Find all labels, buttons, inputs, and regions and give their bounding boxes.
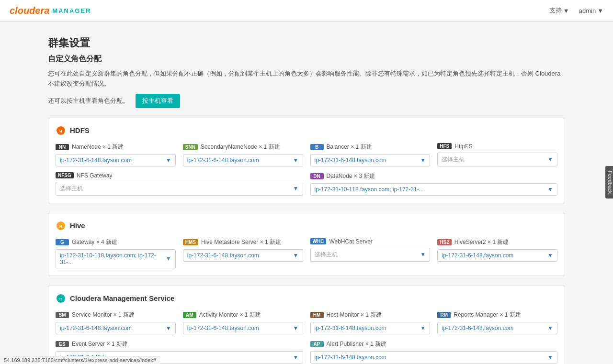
hive-header: H Hive (56, 221, 557, 231)
snn-host-select[interactable]: ip-172-31-6-148.fayson.com ▼ (183, 154, 303, 166)
svg-text:C: C (59, 297, 62, 301)
hdfs-section: H HDFS NN NameNode × 1 新建 ip-172-31-6-14… (48, 118, 565, 203)
dn-badge: DN (310, 173, 324, 179)
hfs-badge: HFS (437, 143, 452, 149)
main-content: 群集设置 自定义角色分配 您可在此处自定义新群集的角色分配，但如果分配不正确（例… (19, 22, 594, 364)
balancer-role: B Balancer × 1 新建 ip-172-31-6-148.fayson… (310, 143, 431, 166)
nn-role: NN NameNode × 1 新建 ip-172-31-6-148.fayso… (56, 143, 176, 166)
hms-role: HMS Hive Metastore Server × 1 新建 ip-172-… (183, 238, 303, 268)
header-nav: 支持 ▼ admin ▼ (549, 6, 603, 15)
hive-roles-row1: G Gateway × 4 新建 ip-172-31-10-118.fayson… (56, 238, 557, 268)
admin-nav[interactable]: admin ▼ (579, 7, 603, 14)
header: cloudera MANAGER 支持 ▼ admin ▼ (0, 0, 613, 22)
url-bar: 54.169.189.236:7180/cmf/clusters/1/expre… (0, 356, 160, 364)
hs2-badge: HS2 (437, 239, 451, 245)
hive-title: Hive (70, 221, 85, 230)
hive-gateway-host-select[interactable]: ip-172-31-10-118.fayson.com; ip-172-31-.… (56, 249, 176, 268)
ap-badge: AP (310, 341, 324, 347)
host-view-button[interactable]: 按主机查看 (136, 94, 180, 108)
rm-badge: RM (437, 312, 451, 318)
sm-badge: SM (56, 312, 69, 318)
cms-section: C Cloudera Management Service SM Service… (48, 286, 565, 364)
nn-badge: NN (56, 144, 69, 150)
rm-host-select[interactable]: ip-172-31-6-148.fayson.com ▼ (437, 322, 557, 334)
hive-icon: H (56, 221, 66, 231)
hdfs-roles-row1: NN NameNode × 1 新建 ip-172-31-6-148.fayso… (56, 143, 557, 166)
cloudera-logo: cloudera (10, 5, 49, 16)
hdfs-title: HDFS (70, 126, 90, 134)
ap-host-select[interactable]: ip-172-31-6-148.fayson.com ▼ (310, 351, 558, 364)
snn-role: SNN SecondaryNameNode × 1 新建 ip-172-31-6… (183, 143, 303, 166)
feedback-button[interactable]: Feedback (605, 165, 613, 198)
logo: cloudera MANAGER (10, 5, 91, 16)
whc-role: WHC WebHCat Server 选择主机 ▼ (310, 238, 431, 268)
page-title: 群集设置 (48, 36, 565, 50)
section-title: 自定义角色分配 (48, 54, 565, 64)
hive-gateway-role: G Gateway × 4 新建 ip-172-31-10-118.fayson… (56, 238, 176, 268)
nfsg-host-select[interactable]: 选择主机 ▼ (56, 182, 303, 196)
hms-host-select[interactable]: ip-172-31-6-148.fayson.com ▼ (183, 249, 303, 262)
rm-role: RM Reports Manager × 1 新建 ip-172-31-6-14… (437, 311, 557, 334)
snn-badge: SNN (183, 144, 198, 150)
am-host-select[interactable]: ip-172-31-6-148.fayson.com ▼ (183, 322, 303, 334)
hm-badge: HM (310, 312, 324, 318)
am-role: AM Activity Monitor × 1 新建 ip-172-31-6-1… (183, 311, 303, 334)
hm-host-select[interactable]: ip-172-31-6-148.fayson.com ▼ (310, 322, 431, 334)
svg-text:H: H (59, 224, 62, 229)
whc-host-select[interactable]: 选择主机 ▼ (310, 248, 431, 262)
cms-header: C Cloudera Management Service (56, 293, 557, 304)
hdfs-icon: H (56, 125, 66, 136)
b-badge: B (310, 144, 324, 150)
nn-host-select[interactable]: ip-172-31-6-148.fayson.com ▼ (56, 154, 176, 166)
sm-host-select[interactable]: ip-172-31-6-148.fayson.com ▼ (56, 322, 176, 334)
es-badge: ES (56, 341, 69, 347)
dn-host-select[interactable]: ip-172-31-10-118.fayson.com; ip-172-31-.… (310, 183, 558, 196)
whc-badge: WHC (310, 238, 327, 244)
hive-section: H Hive G Gateway × 4 新建 ip-172-31-10-118… (48, 213, 565, 276)
g-badge: G (56, 239, 69, 245)
cms-icon: C (56, 293, 66, 304)
nfsg-badge: NFSG (56, 172, 74, 178)
sm-role: SM Service Monitor × 1 新建 ip-172-31-6-14… (56, 311, 176, 334)
ap-role: AP Alert Publisher × 1 新建 ip-172-31-6-14… (310, 340, 558, 364)
nfsg-role: NFSG NFS Gateway 选择主机 ▼ (56, 172, 303, 196)
manager-logo: MANAGER (52, 7, 91, 14)
dn-role: DN DataNode × 3 新建 ip-172-31-10-118.fays… (310, 172, 558, 196)
httpfs-host-select[interactable]: 选择主机 ▼ (437, 153, 557, 166)
hms-badge: HMS (183, 239, 198, 245)
cms-roles-row1: SM Service Monitor × 1 新建 ip-172-31-6-14… (56, 311, 557, 334)
balancer-host-select[interactable]: ip-172-31-6-148.fayson.com ▼ (310, 154, 431, 166)
support-nav[interactable]: 支持 ▼ (549, 6, 569, 15)
svg-text:H: H (59, 129, 62, 133)
httpfs-role: HFS HttpFS 选择主机 ▼ (437, 143, 557, 166)
hm-role: HM Host Monitor × 1 新建 ip-172-31-6-148.f… (310, 311, 431, 334)
hdfs-roles-row2: NFSG NFS Gateway 选择主机 ▼ DN DataNode × 3 … (56, 172, 557, 196)
am-badge: AM (183, 312, 196, 318)
cms-title: Cloudera Management Service (70, 294, 174, 302)
hdfs-header: H HDFS (56, 125, 557, 136)
description2: 还可以按主机查看角色分配。 (48, 97, 129, 104)
hs2-host-select[interactable]: ip-172-31-6-148.fayson.com ▼ (437, 249, 557, 262)
description1: 您可在此处自定义新群集的角色分配，但如果分配不正确（例如，分配到某个主机上的角色… (48, 69, 565, 89)
hs2-role: HS2 HiveServer2 × 1 新建 ip-172-31-6-148.f… (437, 238, 557, 268)
